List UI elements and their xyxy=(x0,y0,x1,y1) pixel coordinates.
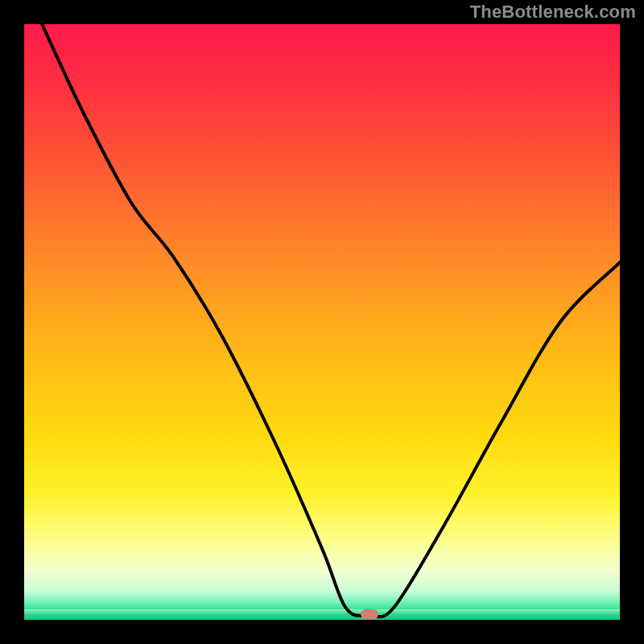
chart-frame: TheBottleneck.com xyxy=(0,0,644,644)
minimum-marker xyxy=(361,609,378,619)
bottleneck-curve xyxy=(24,24,620,620)
plot-area xyxy=(24,24,620,620)
watermark-text: TheBottleneck.com xyxy=(470,2,636,23)
